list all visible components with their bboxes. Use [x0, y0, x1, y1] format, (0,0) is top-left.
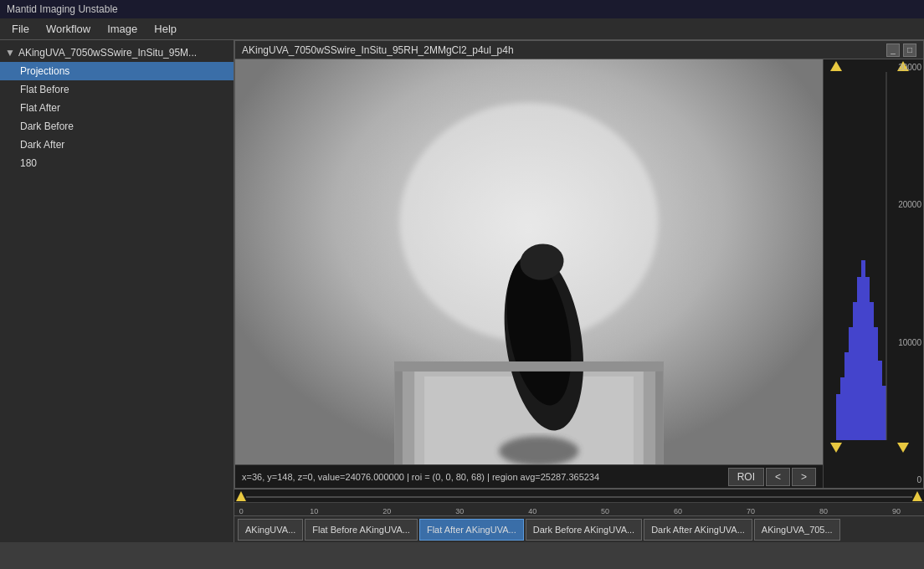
ruler-tick-30: 30	[455, 507, 464, 515]
timeline-track-line	[246, 496, 912, 498]
menu-help[interactable]: Help	[146, 20, 185, 38]
ruler-tick-70: 70	[747, 507, 755, 515]
window-controls: _ □	[886, 44, 916, 57]
next-button[interactable]: >	[792, 468, 816, 486]
sidebar-item-projections-label: Projections	[20, 65, 69, 77]
ruler-tick-50: 50	[601, 507, 609, 515]
menu-file[interactable]: File	[3, 20, 38, 38]
thumb-dark-after[interactable]: Dark After AKingUVA...	[644, 519, 752, 541]
sidebar-item-flat-after-label: Flat After	[20, 102, 60, 114]
hist-label-10000: 10000	[883, 338, 921, 347]
status-text: x=36, y=148, z=0, value=24076.000000 | r…	[242, 472, 728, 482]
histogram-axis: 30000 20000 10000 0	[881, 59, 923, 488]
sidebar-item-flat-before[interactable]: Flat Before	[0, 80, 234, 99]
menu-image[interactable]: Image	[99, 20, 146, 38]
sidebar-item-180[interactable]: 180	[0, 154, 234, 172]
sidebar-item-dark-after[interactable]: Dark After	[0, 136, 234, 154]
thumbnail-bar: AKingUVA... Flat Before AKingUVA... Flat…	[234, 515, 924, 542]
timeline: 0102030405060708090	[234, 489, 924, 515]
image-titlebar: AKingUVA_7050wSSwire_InSitu_95RH_2MMgCl2…	[235, 41, 923, 59]
roi-button[interactable]: ROI	[728, 468, 764, 486]
thumb-flat-after[interactable]: Flat After AKingUVA...	[419, 519, 524, 541]
main-layout: ▼ AKingUVA_7050wSSwire_InSitu_95M... Pro…	[0, 40, 924, 542]
ruler-tick-0: 0	[239, 507, 244, 515]
content-area: AKingUVA_7050wSSwire_InSitu_95RH_2MMgCl2…	[234, 40, 924, 542]
svg-rect-23	[857, 277, 861, 440]
tree-arrow-icon: ▼	[5, 47, 15, 59]
timeline-start-marker[interactable]	[236, 491, 246, 501]
titlebar: Mantid Imaging Unstable	[0, 0, 924, 18]
ruler-tick-60: 60	[674, 507, 682, 515]
thumb-flat-before[interactable]: Flat Before AKingUVA...	[305, 519, 418, 541]
sidebar-item-dark-before[interactable]: Dark Before	[0, 117, 234, 136]
hist-label-20000: 20000	[883, 200, 921, 209]
tree-root-label: AKingUVA_7050wSSwire_InSitu_95M...	[18, 47, 197, 59]
svg-rect-22	[853, 302, 857, 440]
svg-rect-26	[870, 302, 874, 440]
thumb-akinguva[interactable]: AKingUVA_705...	[754, 519, 840, 541]
tree-root: ▼ AKingUVA_7050wSSwire_InSitu_95M... Pro…	[0, 40, 234, 176]
svg-rect-21	[849, 327, 853, 440]
sidebar-item-180-label: 180	[20, 157, 37, 169]
svg-rect-19	[840, 377, 844, 440]
image-display[interactable]	[235, 59, 823, 464]
histogram-panel: 30000 20000 10000 0	[823, 59, 923, 488]
sidebar: ▼ AKingUVA_7050wSSwire_InSitu_95M... Pro…	[0, 40, 234, 542]
sidebar-item-projections[interactable]: Projections	[0, 62, 234, 80]
ruler-tick-40: 40	[528, 507, 536, 515]
image-window-title: AKingUVA_7050wSSwire_InSitu_95RH_2MMgCl2…	[242, 44, 514, 56]
timeline-ruler: 0102030405060708090	[234, 503, 924, 515]
menu-workflow[interactable]: Workflow	[38, 20, 99, 38]
timeline-track[interactable]	[234, 490, 924, 503]
svg-marker-15	[830, 443, 842, 453]
svg-rect-24	[861, 260, 865, 440]
sidebar-item-dark-before-label: Dark Before	[20, 120, 74, 132]
status-bar: x=36, y=148, z=0, value=24076.000000 | r…	[235, 464, 823, 488]
menubar: File Workflow Image Help	[0, 18, 924, 40]
sidebar-item-flat-after[interactable]: Flat After	[0, 99, 234, 117]
svg-rect-27	[874, 327, 878, 440]
thumb-dark-before[interactable]: Dark Before AKingUVA...	[526, 519, 642, 541]
svg-rect-12	[394, 361, 663, 372]
image-body: x=36, y=148, z=0, value=24076.000000 | r…	[235, 59, 923, 488]
ruler-tick-90: 90	[892, 507, 901, 515]
sidebar-item-dark-after-label: Dark After	[20, 139, 64, 151]
svg-rect-25	[865, 277, 870, 440]
sidebar-item-flat-before-label: Flat Before	[20, 84, 69, 95]
svg-rect-10	[394, 361, 403, 464]
svg-rect-20	[844, 352, 849, 440]
ruler-tick-10: 10	[310, 507, 318, 515]
ruler-tick-20: 20	[382, 507, 391, 515]
hist-label-30000: 30000	[883, 63, 921, 72]
hist-label-0: 0	[883, 475, 921, 484]
image-window: AKingUVA_7050wSSwire_InSitu_95RH_2MMgCl2…	[234, 40, 924, 489]
radiograph-image	[235, 59, 823, 464]
svg-marker-13	[830, 61, 842, 71]
svg-rect-18	[836, 394, 840, 440]
thumb-projections[interactable]: AKingUVA...	[238, 519, 303, 541]
prev-button[interactable]: <	[766, 468, 790, 486]
svg-rect-11	[655, 361, 664, 464]
timeline-end-marker[interactable]	[912, 491, 922, 501]
window-maximize-button[interactable]: □	[903, 44, 916, 57]
histogram-canvas: 30000 20000 10000 0	[824, 59, 923, 488]
titlebar-text: Mantid Imaging Unstable	[7, 3, 118, 15]
window-minimize-button[interactable]: _	[886, 44, 900, 57]
ruler-tick-80: 80	[819, 507, 828, 515]
tree-root-item[interactable]: ▼ AKingUVA_7050wSSwire_InSitu_95M...	[0, 44, 234, 62]
image-canvas-area: x=36, y=148, z=0, value=24076.000000 | r…	[235, 59, 823, 488]
roi-controls: ROI < >	[728, 468, 816, 486]
